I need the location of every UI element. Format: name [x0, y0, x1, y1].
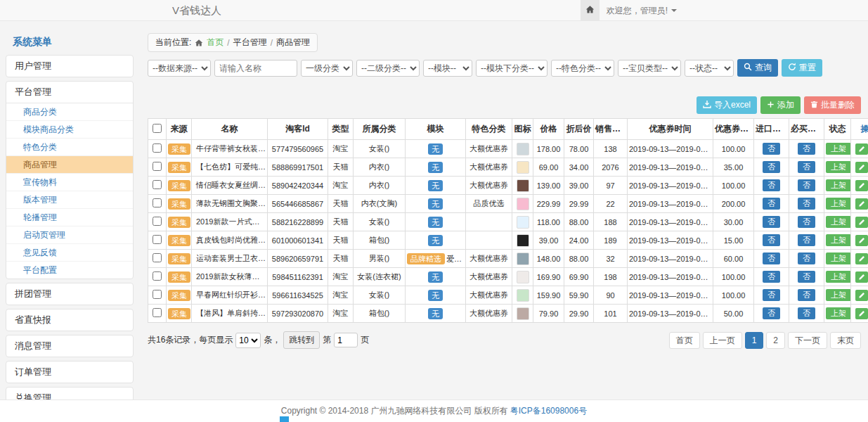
- status-button[interactable]: 上架: [826, 216, 851, 228]
- must-buy-toggle[interactable]: 否: [798, 143, 815, 155]
- edit-button[interactable]: [855, 253, 868, 264]
- status-button[interactable]: 上架: [826, 307, 851, 319]
- table-toolbar: 导入excel 添加 批量删除: [148, 96, 861, 114]
- import-select-toggle[interactable]: 否: [763, 161, 780, 173]
- filter-level2-category[interactable]: --二级分类--: [356, 60, 420, 77]
- status-button[interactable]: 上架: [826, 161, 851, 173]
- page-button[interactable]: 末页: [830, 332, 861, 349]
- jump-button[interactable]: 跳转到: [283, 331, 320, 349]
- filter-module-subcategory[interactable]: --模块下分类--: [476, 60, 548, 77]
- edit-button[interactable]: [855, 271, 868, 283]
- must-buy-toggle[interactable]: 否: [798, 252, 815, 264]
- import-select-toggle[interactable]: 否: [763, 307, 780, 319]
- must-buy-toggle[interactable]: 否: [798, 179, 815, 191]
- import-select-toggle[interactable]: 否: [763, 143, 780, 155]
- edit-button[interactable]: [855, 162, 868, 173]
- import-select-toggle[interactable]: 否: [763, 252, 780, 264]
- edit-button[interactable]: [855, 198, 868, 210]
- sidebar-group-header[interactable]: 拼团管理: [6, 283, 133, 305]
- status-button[interactable]: 上架: [826, 198, 851, 210]
- sidebar-group-header[interactable]: 省直快报: [6, 309, 133, 331]
- status-button[interactable]: 上架: [826, 179, 851, 191]
- add-button[interactable]: 添加: [760, 96, 801, 114]
- jump-page-input[interactable]: [334, 333, 358, 347]
- page-button[interactable]: 2: [766, 332, 785, 349]
- cell-must-buy: 否: [789, 195, 824, 213]
- status-button[interactable]: 上架: [826, 143, 851, 155]
- sidebar-item[interactable]: 版本管理: [6, 191, 133, 209]
- home-button[interactable]: [581, 0, 600, 21]
- cell-taoke-id: 588869917501: [268, 158, 328, 177]
- sidebar-item[interactable]: 启动页管理: [6, 226, 133, 244]
- sidebar-group-header[interactable]: 消息管理: [6, 335, 133, 357]
- edit-button[interactable]: [855, 180, 868, 191]
- source-badge: 采集: [168, 180, 190, 191]
- status-button[interactable]: 上架: [826, 271, 851, 283]
- filter-item-type[interactable]: --宝贝类型--: [618, 60, 681, 77]
- import-select-toggle[interactable]: 否: [763, 234, 780, 246]
- sidebar-item[interactable]: 模块商品分类: [6, 121, 133, 139]
- filter-data-source[interactable]: --数据来源--: [148, 60, 211, 77]
- row-checkbox[interactable]: [153, 162, 162, 171]
- search-button[interactable]: 查询: [737, 59, 778, 77]
- row-checkbox[interactable]: [153, 180, 162, 189]
- edit-button[interactable]: [855, 217, 868, 228]
- edit-button[interactable]: [855, 235, 868, 246]
- sidebar-item[interactable]: 平台配置: [6, 262, 133, 279]
- cell-name: 2019新款一片式系...: [192, 213, 268, 231]
- edit-button[interactable]: [855, 290, 868, 301]
- edit-button[interactable]: [855, 308, 868, 319]
- import-select-toggle[interactable]: 否: [763, 179, 780, 191]
- breadcrumb-home-link[interactable]: 首页: [207, 37, 224, 49]
- page-button[interactable]: 首页: [669, 332, 700, 349]
- must-buy-toggle[interactable]: 否: [798, 307, 815, 319]
- sidebar-item[interactable]: 意见反馈: [6, 244, 133, 262]
- row-checkbox[interactable]: [153, 217, 162, 226]
- sidebar-group-header[interactable]: 用户管理: [6, 56, 133, 77]
- filter-level1-category[interactable]: 一级分类: [301, 60, 353, 77]
- import-select-toggle[interactable]: 否: [763, 289, 780, 301]
- filter-module[interactable]: --模块--: [423, 60, 472, 77]
- status-button[interactable]: 上架: [826, 252, 851, 264]
- must-buy-toggle[interactable]: 否: [798, 271, 815, 283]
- must-buy-toggle[interactable]: 否: [798, 198, 815, 210]
- icp-link[interactable]: 粤ICP备16098006号: [510, 405, 587, 417]
- row-checkbox[interactable]: [153, 143, 162, 153]
- import-select-toggle[interactable]: 否: [763, 198, 780, 210]
- page-button[interactable]: 上一页: [703, 332, 742, 349]
- edit-button[interactable]: [855, 143, 868, 155]
- sidebar-group-header[interactable]: 平台管理: [6, 82, 133, 103]
- cell-source: 采集: [167, 231, 192, 250]
- select-all-checkbox[interactable]: [153, 124, 162, 133]
- page-button[interactable]: 下一页: [788, 332, 827, 349]
- filter-status[interactable]: --状态--: [685, 60, 734, 77]
- must-buy-toggle[interactable]: 否: [798, 216, 815, 228]
- import-select-toggle[interactable]: 否: [763, 271, 780, 283]
- filter-feature-category[interactable]: --特色分类--: [551, 60, 614, 77]
- import-select-toggle[interactable]: 否: [763, 216, 780, 228]
- must-buy-toggle[interactable]: 否: [798, 234, 815, 246]
- sidebar-item[interactable]: 特色分类: [6, 139, 133, 156]
- import-excel-button[interactable]: 导入excel: [697, 96, 757, 114]
- row-checkbox[interactable]: [153, 271, 162, 281]
- filter-name-input[interactable]: [214, 60, 297, 77]
- user-menu[interactable]: 欢迎您，管理员!: [600, 5, 684, 17]
- row-checkbox[interactable]: [153, 253, 162, 262]
- row-checkbox[interactable]: [153, 308, 162, 317]
- sidebar-item[interactable]: 商品分类: [6, 103, 133, 121]
- page-size-select[interactable]: 10: [235, 333, 261, 348]
- sidebar-item[interactable]: 商品管理: [6, 156, 133, 174]
- row-checkbox[interactable]: [153, 198, 162, 207]
- must-buy-toggle[interactable]: 否: [798, 161, 815, 173]
- reset-button[interactable]: 重置: [782, 59, 822, 77]
- row-checkbox[interactable]: [153, 290, 162, 299]
- status-button[interactable]: 上架: [826, 289, 851, 301]
- page-button[interactable]: 1: [745, 332, 764, 349]
- sidebar-item[interactable]: 轮播管理: [6, 209, 133, 226]
- status-button[interactable]: 上架: [826, 234, 851, 246]
- must-buy-toggle[interactable]: 否: [798, 289, 815, 301]
- batch-delete-button[interactable]: 批量删除: [804, 96, 861, 114]
- sidebar-item[interactable]: 宣传物料: [6, 174, 133, 191]
- row-checkbox[interactable]: [153, 235, 162, 244]
- sidebar-group-header[interactable]: 订单管理: [6, 362, 133, 383]
